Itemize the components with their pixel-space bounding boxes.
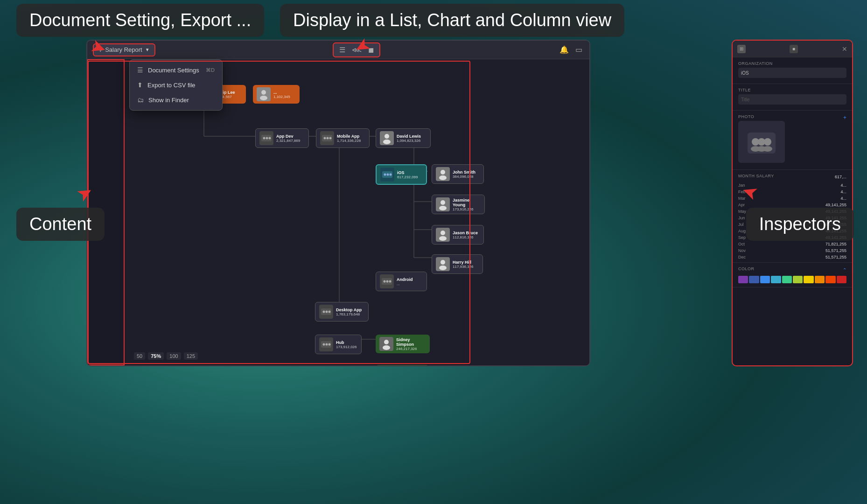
- svg-point-56: [323, 343, 325, 346]
- zoom-125-button[interactable]: 125: [184, 352, 198, 360]
- node-desktop-app[interactable]: Desktop App 1,763,179,648: [315, 302, 369, 322]
- svg-point-60: [383, 345, 390, 350]
- inspector-avatar: [738, 121, 785, 163]
- zoom-50-button[interactable]: 50: [134, 352, 145, 360]
- node-harry-hill[interactable]: Harry Hill 117,936,326: [432, 254, 483, 274]
- svg-point-27: [266, 137, 268, 140]
- svg-point-57: [326, 343, 328, 346]
- color-swatch-red[interactable]: [837, 276, 846, 283]
- svg-point-38: [390, 174, 392, 176]
- color-swatch-navy[interactable]: [749, 276, 759, 283]
- inspector-section-photo: PHOTO +: [733, 111, 852, 170]
- svg-point-46: [439, 266, 447, 270]
- node-mobile-app[interactable]: Mobile App 1,714,336,228: [316, 128, 370, 148]
- inspector-section-color: COLOR ⌃: [733, 263, 852, 287]
- salary-section-title: MONTH SALARY: [738, 174, 774, 178]
- show-finder-label: Show in Finder: [148, 97, 189, 104]
- zoom-controls: 50 75% 100 125: [134, 352, 198, 360]
- svg-point-26: [263, 137, 266, 140]
- svg-point-54: [329, 311, 331, 313]
- svg-point-44: [439, 236, 447, 241]
- svg-point-41: [440, 200, 445, 205]
- doc-button-label: Salary Report: [105, 46, 142, 53]
- org-section-title: ORGANIZATION: [738, 61, 846, 66]
- svg-point-39: [440, 170, 445, 175]
- doc-settings-label: Document Settings: [148, 67, 199, 74]
- export-csv-icon: ⬆: [137, 81, 143, 89]
- color-swatch-yellow[interactable]: [804, 276, 813, 283]
- svg-point-36: [384, 174, 386, 176]
- svg-point-45: [440, 260, 445, 265]
- toolbar: + Salary Report ▼ ☰ ⋘ ◼ 🔔 ▭: [87, 41, 589, 59]
- svg-point-30: [324, 137, 326, 140]
- photo-edit-button[interactable]: +: [843, 114, 846, 121]
- svg-point-43: [440, 231, 445, 235]
- node-avatar-ios: [380, 168, 394, 182]
- node-david-lewis[interactable]: David Lewis 1,094,823,326: [376, 128, 431, 148]
- display-text: Display in a List, Chart and Column view: [293, 10, 611, 30]
- node-avatar-mobileapp: [320, 131, 334, 145]
- chevron-down-icon: ▼: [145, 47, 150, 52]
- color-section-title: COLOR: [738, 266, 755, 271]
- color-swatch-lime[interactable]: [793, 276, 803, 283]
- svg-point-24: [260, 96, 267, 100]
- list-view-button[interactable]: ☰: [336, 45, 348, 55]
- svg-point-28: [269, 137, 271, 140]
- color-expand-button[interactable]: ⌃: [843, 267, 846, 273]
- split-icon[interactable]: ▭: [574, 44, 584, 56]
- svg-point-66: [764, 138, 771, 146]
- node-martha-wales[interactable]: Martha Wales ...: [376, 365, 429, 365]
- export-csv-label: Export to CSV file: [147, 82, 196, 89]
- color-swatch-green[interactable]: [782, 276, 792, 283]
- node-jason-bruce[interactable]: Jason Bruce 112,816,326: [432, 225, 484, 245]
- node-avatar-3: [257, 87, 271, 101]
- dropdown-item-show-finder[interactable]: 🗂 Show in Finder: [130, 92, 222, 107]
- node-app-dev[interactable]: App Dev 2,321,847,869: [255, 128, 309, 148]
- node-ios[interactable]: iOS 617,232,099: [376, 164, 427, 185]
- inspector-close-button[interactable]: ✕: [842, 45, 847, 53]
- doc-settings-shortcut: ⌘D: [206, 67, 215, 73]
- svg-point-59: [384, 340, 389, 344]
- svg-point-40: [439, 175, 447, 180]
- toolbar-right: 🔔 ▭: [558, 44, 584, 56]
- svg-point-58: [329, 343, 331, 346]
- svg-point-53: [326, 311, 328, 313]
- salary-total: 617,...: [835, 175, 846, 179]
- node-avatar-jason: [436, 228, 450, 242]
- display-annotation: Display in a List, Chart and Column view: [280, 4, 624, 37]
- inspector-toolbar: ⊞ ■ ✕: [733, 41, 852, 57]
- org-value-field: iOS: [738, 68, 846, 78]
- node-hub[interactable]: Hub 173,912,026: [315, 335, 362, 354]
- inspectors-annotation: Inspectors: [746, 208, 854, 241]
- inspector-section-org: ORGANIZATION iOS: [733, 57, 852, 84]
- node-android[interactable]: Android ...: [376, 272, 427, 291]
- color-swatch-blue[interactable]: [760, 276, 770, 283]
- dropdown-item-export-csv[interactable]: ⬆ Export to CSV file: [130, 77, 222, 92]
- node-john-smith[interactable]: John Smith 364,096,028: [432, 164, 484, 184]
- zoom-100-button[interactable]: 100: [167, 352, 181, 360]
- color-swatch-red-orange[interactable]: [825, 276, 835, 283]
- color-swatch-purple[interactable]: [738, 276, 748, 283]
- node-avatar-david: [380, 131, 394, 145]
- color-swatch-teal[interactable]: [771, 276, 781, 283]
- color-bar: [738, 276, 846, 283]
- doc-setting-annotation: Document Setting, Export ...: [16, 4, 264, 37]
- dropdown-menu: ☰ Document Settings ⌘D ⬆ Export to CSV f…: [129, 59, 223, 111]
- node-sidney-simpson[interactable]: Sidney Simpson 246,217,326: [376, 335, 430, 353]
- node-jasmine-young[interactable]: Jasmine Young 173,916,226: [432, 195, 485, 214]
- doc-settings-icon: ☰: [137, 66, 143, 74]
- zoom-75-button[interactable]: 75%: [148, 352, 164, 360]
- inspector-section-title: TITLE Title: [733, 84, 852, 111]
- node-avatar-jasmine: [436, 197, 450, 211]
- svg-point-23: [261, 90, 266, 95]
- photo-section-title: PHOTO: [738, 114, 754, 119]
- color-swatch-orange[interactable]: [815, 276, 825, 283]
- month-row-oct: Oct 71,821,255: [738, 241, 846, 247]
- node-avatar-android: [380, 274, 394, 288]
- svg-point-42: [439, 206, 447, 210]
- dropdown-item-doc-settings[interactable]: ☰ Document Settings ⌘D: [130, 63, 222, 77]
- node-avatar-harry: [436, 257, 450, 271]
- node3[interactable]: ... 1,102,345: [253, 85, 300, 104]
- share-icon[interactable]: 🔔: [558, 44, 570, 56]
- svg-point-33: [385, 134, 389, 139]
